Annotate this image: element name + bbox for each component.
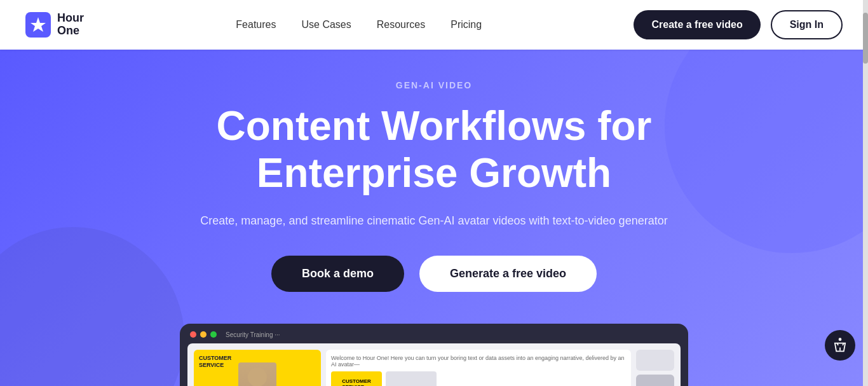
hero-title-line2: Enterprise Growth [257, 150, 611, 196]
logo[interactable]: Hour One [25, 12, 84, 38]
logo-icon [25, 12, 51, 38]
sign-in-button[interactable]: Sign In [771, 10, 843, 39]
navbar: Hour One Features Use Cases Resources Pr… [0, 0, 868, 50]
hero-subtitle: Create, manage, and streamline cinematic… [200, 212, 667, 230]
nav-actions: Create a free video Sign In [634, 10, 843, 39]
hero-content: GEN-AI VIDEO Content Workflows for Enter… [200, 80, 667, 324]
preview-video-card: CUSTOMERSERVICE [194, 350, 321, 386]
preview-dot-yellow [200, 331, 207, 338]
nav-item-features[interactable]: Features [236, 19, 276, 31]
scrollbar-thumb[interactable] [863, 13, 868, 64]
nav-item-resources[interactable]: Resources [377, 19, 425, 31]
preview-sidebar [636, 350, 674, 386]
hero-title: Content Workflows for Enterprise Growth [200, 103, 667, 196]
hero-title-line1: Content Workflows for [217, 103, 652, 149]
nav-links: Features Use Cases Resources Pricing [236, 19, 482, 31]
hero-tag: GEN-AI VIDEO [200, 80, 667, 90]
nav-item-pricing[interactable]: Pricing [451, 19, 482, 31]
nav-item-use-cases[interactable]: Use Cases [301, 19, 351, 31]
preview-inner: CUSTOMERSERVICE Welcome to Hour One! Her… [187, 343, 681, 386]
preview-content-area: Welcome to Hour One! Here you can turn y… [326, 350, 631, 386]
accessibility-button[interactable] [825, 330, 855, 361]
preview-dot-green [210, 331, 217, 338]
hero-section: GEN-AI VIDEO Content Workflows for Enter… [0, 50, 868, 386]
logo-text: Hour One [57, 12, 84, 38]
hero-buttons: Book a demo Generate a free video [200, 256, 667, 292]
generate-free-video-button[interactable]: Generate a free video [419, 256, 597, 292]
preview-dot-red [190, 331, 196, 338]
scrollbar[interactable] [863, 0, 868, 386]
svg-point-1 [839, 338, 842, 341]
preview-topbar-label: Security Training ··· [226, 331, 280, 338]
preview-topbar: Security Training ··· [187, 331, 681, 338]
hero-preview-window: Security Training ··· CUSTOMERSERVICE We… [180, 324, 688, 386]
accessibility-icon [831, 336, 849, 354]
preview-sidebar-item-1 [636, 350, 674, 371]
book-demo-button[interactable]: Book a demo [271, 256, 404, 292]
preview-sidebar-item-2 [636, 375, 674, 386]
create-free-video-button[interactable]: Create a free video [634, 10, 760, 39]
